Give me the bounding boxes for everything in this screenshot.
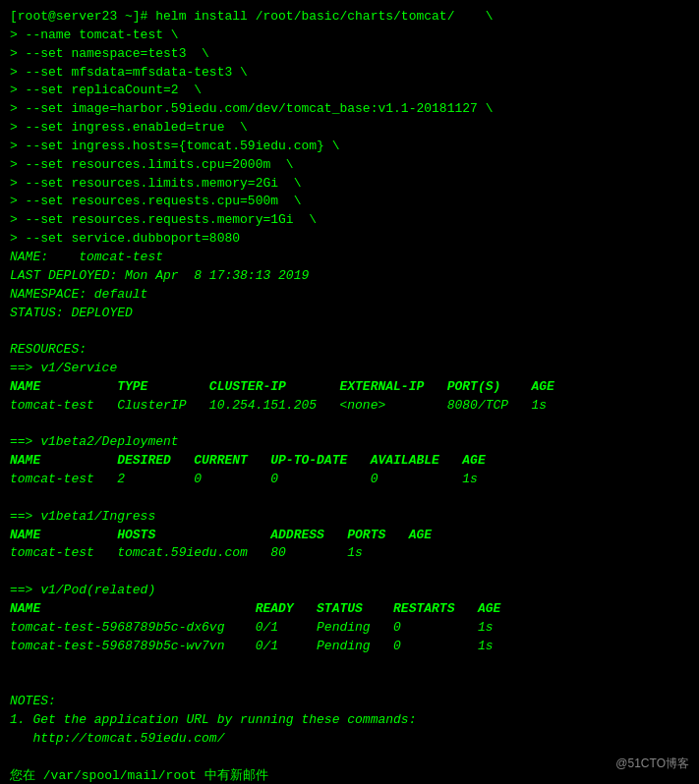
terminal-line: > --set image=harbor.59iedu.com/dev/tomc… — [10, 100, 689, 119]
terminal-line: NAME READY STATUS RESTARTS AGE — [10, 600, 689, 619]
terminal-line: NAME TYPE CLUSTER-IP EXTERNAL-IP PORT(S)… — [10, 378, 689, 397]
terminal-line: RESOURCES: — [10, 341, 689, 360]
terminal-empty-line — [10, 563, 689, 582]
terminal-line: ==> v1/Service — [10, 360, 689, 378]
terminal-line: > --set mfsdata=mfsdata-test3 \ — [10, 64, 689, 83]
terminal-empty-line — [10, 416, 689, 434]
terminal-line: > --set resources.limits.cpu=2000m \ — [10, 156, 689, 175]
terminal-line: NAMESPACE: default — [10, 286, 689, 305]
terminal-line: > --set namespace=test3 \ — [10, 45, 689, 64]
terminal-line: ==> v1/Pod(related) — [10, 582, 689, 600]
terminal-line: tomcat-test-5968789b5c-wv7vn 0/1 Pending… — [10, 638, 689, 656]
terminal-line: http://tomcat.59iedu.com/ — [10, 730, 689, 749]
terminal-empty-line — [10, 489, 689, 508]
terminal-line: > --name tomcat-test \ — [10, 27, 689, 45]
terminal-line: NOTES: — [10, 693, 689, 711]
terminal-empty-line — [10, 749, 689, 767]
terminal-window: [root@server23 ~]# helm install /root/ba… — [0, 0, 699, 784]
terminal-line: > --set ingress.hosts={tomcat.59iedu.com… — [10, 138, 689, 156]
terminal-line: tomcat-test ClusterIP 10.254.151.205 <no… — [10, 397, 689, 416]
terminal-empty-line — [10, 656, 689, 675]
terminal-line: NAME: tomcat-test — [10, 249, 689, 267]
terminal-line: tomcat-test 2 0 0 0 1s — [10, 471, 689, 489]
terminal-line: tomcat-test tomcat.59iedu.com 80 1s — [10, 544, 689, 563]
terminal-content: [root@server23 ~]# helm install /root/ba… — [10, 8, 689, 784]
terminal-line: LAST DEPLOYED: Mon Apr 8 17:38:13 2019 — [10, 267, 689, 286]
terminal-line: STATUS: DEPLOYED — [10, 305, 689, 323]
terminal-line: ==> v1beta1/Ingress — [10, 508, 689, 527]
terminal-line: tomcat-test-5968789b5c-dx6vg 0/1 Pending… — [10, 619, 689, 638]
terminal-line: 您在 /var/spool/mail/root 中有新邮件 — [10, 767, 689, 784]
watermark: @51CTO博客 — [615, 756, 689, 772]
terminal-line: > --set resources.limits.memory=2Gi \ — [10, 175, 689, 194]
terminal-line: > --set resources.requests.memory=1Gi \ — [10, 211, 689, 230]
terminal-empty-line — [10, 674, 689, 693]
terminal-empty-line — [10, 322, 689, 341]
terminal-line: > --set resources.requests.cpu=500m \ — [10, 193, 689, 211]
terminal-line: > --set service.dubboport=8080 — [10, 230, 689, 249]
terminal-line: ==> v1beta2/Deployment — [10, 433, 689, 452]
terminal-line: [root@server23 ~]# helm install /root/ba… — [10, 8, 689, 27]
terminal-line: > --set replicaCount=2 \ — [10, 82, 689, 100]
terminal-line: 1. Get the application URL by running th… — [10, 711, 689, 730]
terminal-line: NAME HOSTS ADDRESS PORTS AGE — [10, 527, 689, 545]
terminal-line: > --set ingress.enabled=true \ — [10, 119, 689, 138]
terminal-line: NAME DESIRED CURRENT UP-TO-DATE AVAILABL… — [10, 452, 689, 471]
